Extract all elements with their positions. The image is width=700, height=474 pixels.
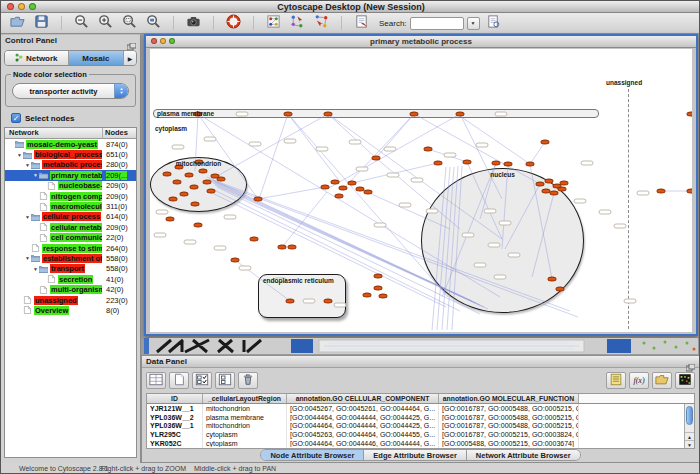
graph-node[interactable] xyxy=(492,161,501,166)
expand-arrow-icon[interactable]: ▼ xyxy=(24,255,31,261)
graph-node[interactable] xyxy=(321,185,330,190)
graph-node[interactable] xyxy=(558,187,567,192)
tree-item-macromolecule[interactable]: macromolecule311(0) xyxy=(5,201,136,211)
graph-node-small[interactable] xyxy=(204,137,217,142)
tree-item-biological-process[interactable]: ▼biological_process651(0) xyxy=(5,149,136,159)
graph-node[interactable] xyxy=(456,112,465,117)
graph-node[interactable] xyxy=(504,162,513,167)
expand-arrow-icon[interactable]: ▼ xyxy=(16,152,23,158)
tab-node-attribute-browser[interactable]: Node Attribute Browser xyxy=(261,450,364,460)
tree-item-cell-communicat[interactable]: cell communicat22(0) xyxy=(5,233,136,243)
table-row[interactable]: YLR295Ccytoplasm[GO:0045263, GO:0044464,… xyxy=(147,430,694,439)
graph-node[interactable] xyxy=(194,223,203,228)
column-header-cellularlayoutregion[interactable]: _cellularLayoutRegion xyxy=(203,394,287,403)
tree-item-establishment-of-lo[interactable]: ▼establishment of lo558(0) xyxy=(5,253,136,263)
graph-node-small[interactable] xyxy=(624,299,637,304)
graph-node[interactable] xyxy=(657,189,666,194)
graph-node-small[interactable] xyxy=(249,142,262,147)
graph-node-small[interactable] xyxy=(156,210,169,215)
graph-node-small[interactable] xyxy=(474,263,487,268)
node-color-dropdown[interactable]: transporter activity ▲▼ xyxy=(12,83,129,99)
graph-node[interactable] xyxy=(335,194,344,199)
zoom-out-button[interactable] xyxy=(71,14,92,32)
graph-node-small[interactable] xyxy=(637,191,650,196)
tree-item-response-to-stimulu[interactable]: response to stimulu264(0) xyxy=(5,243,136,253)
graph-node-small[interactable] xyxy=(384,147,397,152)
apply-layout-b-button[interactable] xyxy=(311,14,332,32)
import-attributes-button[interactable] xyxy=(652,372,672,389)
table-row[interactable]: YKR052Ccytoplasm[GO:0044464, GO:0044446,… xyxy=(147,439,694,448)
graph-node[interactable] xyxy=(284,112,293,117)
scroll-up-arrow[interactable]: ▲ xyxy=(685,432,694,440)
graph-node[interactable] xyxy=(348,181,357,186)
expand-arrow-icon[interactable]: ▼ xyxy=(32,266,39,272)
open-session-button[interactable] xyxy=(7,14,28,32)
graph-node[interactable] xyxy=(463,160,472,165)
tree-header-network[interactable]: Network xyxy=(5,128,102,138)
tree-item-metabolic-process[interactable]: ▼metabolic process280(0) xyxy=(5,160,136,170)
graph-node[interactable] xyxy=(250,237,259,242)
apply-layout-a-button[interactable] xyxy=(287,14,308,32)
graph-node-small[interactable] xyxy=(581,161,594,166)
tab-network[interactable]: Network xyxy=(5,51,69,65)
graph-node-small[interactable] xyxy=(462,233,475,238)
search-input[interactable] xyxy=(410,17,464,30)
graph-node-small[interactable] xyxy=(284,139,297,144)
graph-node-small[interactable] xyxy=(476,143,489,148)
zoom-fit-button[interactable] xyxy=(119,14,140,32)
graph-node[interactable] xyxy=(173,180,182,185)
network-view-titlebar[interactable]: primary metabolic process xyxy=(146,36,696,48)
zoom-in-button[interactable] xyxy=(95,14,116,32)
column-header-id[interactable]: ID xyxy=(147,394,203,403)
annotate-button[interactable] xyxy=(351,14,372,32)
column-header-annotation-go-cellular-component[interactable]: annotation.GO CELLULAR_COMPONENT xyxy=(287,394,439,403)
tab-mosaic[interactable]: Mosaic xyxy=(69,51,124,65)
graph-node[interactable] xyxy=(364,190,373,195)
scroll-down-arrow[interactable]: ▼ xyxy=(685,440,694,448)
graph-node-small[interactable] xyxy=(574,199,587,204)
graph-node[interactable] xyxy=(190,185,199,190)
help-button[interactable] xyxy=(223,14,244,32)
layout-settings-button[interactable] xyxy=(263,14,284,32)
graph-node-small[interactable] xyxy=(495,112,508,117)
graph-node[interactable] xyxy=(526,162,535,167)
tree-item-mosaic-demo-yeast[interactable]: mosaic-demo-yeast874(0) xyxy=(5,139,136,149)
select-nodes-checkbox[interactable]: ✓ xyxy=(11,113,21,123)
graph-node-small[interactable] xyxy=(387,173,400,178)
expand-arrow-icon[interactable]: ▼ xyxy=(24,214,31,220)
graph-node-small[interactable] xyxy=(316,147,329,152)
graph-node-small[interactable] xyxy=(356,167,369,172)
graph-node[interactable] xyxy=(199,169,208,174)
graph-node[interactable] xyxy=(286,299,295,304)
graph-node[interactable] xyxy=(169,197,178,202)
float-panel-icon[interactable] xyxy=(686,358,695,366)
graph-node[interactable] xyxy=(254,197,263,202)
graph-node[interactable] xyxy=(434,161,443,166)
graph-node-small[interactable] xyxy=(399,203,412,208)
search-dropdown-button[interactable]: ▼ xyxy=(467,17,480,30)
graph-node-small[interactable] xyxy=(303,299,316,304)
graph-node-small[interactable] xyxy=(426,209,439,214)
graph-node-small[interactable] xyxy=(224,215,237,220)
graph-node-small[interactable] xyxy=(508,253,521,258)
graph-node[interactable] xyxy=(166,217,175,222)
graph-node[interactable] xyxy=(548,277,557,282)
tree-item-overview[interactable]: Overview8(0) xyxy=(5,305,136,315)
unselect-attributes-button[interactable] xyxy=(215,372,235,389)
select-attributes-button[interactable] xyxy=(146,372,166,389)
create-attribute-button[interactable] xyxy=(169,372,189,389)
graph-node-small[interactable] xyxy=(236,112,249,117)
graph-node[interactable] xyxy=(550,191,559,196)
graph-node[interactable] xyxy=(217,177,226,182)
tree-item-unassigned[interactable]: unassigned223(0) xyxy=(5,295,136,305)
graph-node[interactable] xyxy=(374,286,383,291)
graph-node-small[interactable] xyxy=(494,275,507,280)
select-all-attributes-button[interactable] xyxy=(192,372,212,389)
tree-item-transport[interactable]: ▼transport558(0) xyxy=(5,264,136,274)
graph-node[interactable] xyxy=(339,186,348,191)
graph-node[interactable] xyxy=(203,180,212,185)
graph-node[interactable] xyxy=(278,245,287,250)
graph-node-small[interactable] xyxy=(214,246,227,251)
delete-attribute-button[interactable] xyxy=(238,372,258,389)
graph-node[interactable] xyxy=(231,258,240,263)
